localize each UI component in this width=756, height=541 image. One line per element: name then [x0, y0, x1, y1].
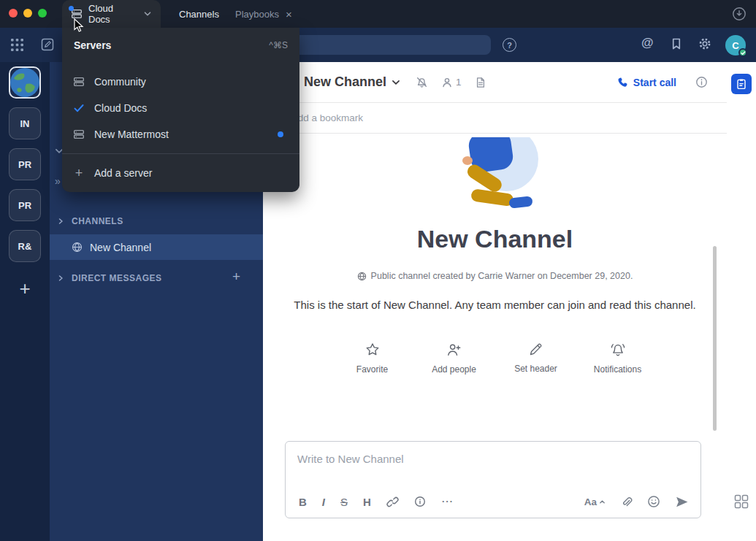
check-icon	[72, 102, 85, 114]
menu-item-add-server[interactable]: + Add a server	[62, 160, 299, 186]
add-people-button[interactable]: Add people	[426, 342, 483, 375]
more-formatting-icon[interactable]: ⋯	[441, 496, 453, 507]
channel-info-icon[interactable]	[695, 76, 708, 88]
direct-messages-category-header[interactable]: DIRECT MESSAGES	[57, 273, 162, 283]
server-icon	[72, 128, 85, 140]
notifications-muted-bell-icon[interactable]	[416, 76, 428, 88]
at-mentions-icon[interactable]: @	[641, 36, 654, 50]
team-icon-globe[interactable]	[9, 66, 41, 99]
menu-item-new-mattermost[interactable]: New Mattermost	[62, 121, 299, 147]
close-window-button[interactable]	[9, 9, 18, 18]
formatting-toolbar: B I S H ⋯ Aa	[299, 494, 689, 510]
team-icon-r-and[interactable]: R&	[9, 230, 41, 262]
notifications-label: Notifications	[594, 364, 641, 375]
chevron-up-icon	[599, 499, 606, 505]
info-circle-icon[interactable]	[414, 496, 426, 507]
server-icon	[72, 76, 85, 88]
send-icon[interactable]	[675, 495, 689, 509]
help-icon[interactable]: ?	[503, 38, 516, 52]
server-tab-label: Cloud Docs	[88, 3, 137, 25]
bell-ring-icon	[610, 342, 626, 358]
team-initials: R&	[18, 241, 32, 252]
minimize-window-button[interactable]	[23, 9, 32, 18]
heading-button[interactable]: H	[363, 496, 371, 507]
team-icon-in[interactable]: IN	[9, 107, 41, 139]
team-sidebar: IN PR PR R& +	[0, 62, 50, 541]
message-composer: B I S H ⋯ Aa	[285, 441, 701, 518]
add-people-label: Add people	[432, 364, 476, 375]
channel-intro-description: This is the start of New Channel. Any te…	[291, 297, 700, 314]
menu-item-community[interactable]: Community	[62, 69, 299, 95]
settings-gear-icon[interactable]	[698, 37, 712, 51]
channels-category-header[interactable]: CHANNELS	[57, 216, 123, 226]
strikethrough-button[interactable]: S	[340, 496, 348, 507]
sidebar-item-new-channel[interactable]: New Channel	[50, 234, 263, 260]
menu-item-cloud-docs[interactable]: Cloud Docs	[62, 95, 299, 121]
tab-playbooks[interactable]: Playbooks ×	[235, 0, 292, 28]
channel-intro-actions: Favorite Add people Set header	[263, 342, 727, 375]
channel-intro-title: New Channel	[263, 225, 727, 253]
channel-created-byline: Public channel created by Carrie Warner …	[263, 271, 727, 281]
plus-icon: +	[72, 166, 85, 180]
add-bookmark-label: Add a bookmark	[291, 112, 363, 123]
globe-avatar-image	[10, 68, 39, 97]
servers-dropdown-menu: Servers ^⌘S Community Cloud Docs New M	[62, 28, 299, 192]
online-status-icon	[738, 48, 747, 57]
search-input[interactable]	[291, 35, 491, 55]
scrollbar-thumb[interactable]	[713, 246, 717, 431]
member-icon	[441, 77, 453, 88]
start-call-button[interactable]: Start call	[617, 77, 676, 88]
channel-header: New Channel 1 Start call	[263, 62, 727, 103]
favorite-label: Favorite	[356, 364, 388, 375]
notifications-button[interactable]: Notifications	[589, 342, 646, 375]
download-update-icon[interactable]	[732, 7, 747, 21]
favorite-button[interactable]: Favorite	[344, 342, 401, 375]
paperclip-attach-icon[interactable]	[620, 496, 633, 508]
saved-posts-bookmark-icon[interactable]	[670, 37, 683, 50]
emoji-smiley-icon[interactable]	[647, 495, 660, 508]
team-initials: PR	[18, 159, 31, 170]
app-bar	[727, 62, 756, 541]
menu-divider	[62, 153, 299, 154]
close-tab-icon[interactable]: ×	[286, 9, 292, 20]
team-icon-pr-2[interactable]: PR	[9, 189, 41, 221]
channel-members-button[interactable]: 1	[441, 77, 462, 88]
bold-button[interactable]: B	[299, 496, 307, 507]
menu-item-label: Community	[94, 76, 146, 88]
link-icon[interactable]	[386, 496, 399, 508]
channel-title[interactable]: New Channel	[304, 74, 386, 90]
channel-intro-illustration	[433, 137, 557, 213]
formatting-toggle-button[interactable]: Aa	[584, 496, 606, 507]
team-icon-pr-1[interactable]: PR	[9, 148, 41, 180]
pinned-files-icon[interactable]	[475, 77, 486, 88]
titlebar: Cloud Docs Channels Playbooks ×	[0, 0, 756, 28]
star-icon	[364, 342, 381, 358]
user-avatar[interactable]: C	[725, 35, 746, 55]
chevron-down-icon	[143, 9, 152, 18]
chevron-right-icon	[57, 275, 64, 282]
product-switcher-grid-icon[interactable]	[10, 38, 24, 52]
zoom-window-button[interactable]	[38, 9, 47, 18]
formatting-toggle-label: Aa	[584, 496, 597, 507]
add-direct-message-button[interactable]: +	[232, 269, 240, 285]
apps-grid-icon[interactable]	[733, 494, 749, 510]
person-plus-icon	[446, 342, 462, 358]
chevron-down-icon[interactable]	[391, 77, 401, 88]
chevron-right-icon	[57, 218, 64, 225]
phone-icon	[617, 77, 628, 88]
tab-channels[interactable]: Channels	[179, 0, 219, 28]
add-server-label: Add a server	[94, 167, 152, 179]
add-team-button[interactable]: +	[9, 272, 41, 304]
servers-menu-shortcut: ^⌘S	[269, 40, 288, 50]
bookmark-bar[interactable]: + Add a bookmark	[263, 103, 727, 134]
channel-name-label: New Channel	[90, 242, 151, 253]
team-initials: PR	[18, 200, 31, 211]
compose-message-icon[interactable]	[40, 37, 55, 52]
app-bar-playbooks-icon[interactable]	[731, 74, 752, 94]
message-input[interactable]	[286, 442, 700, 475]
set-header-button[interactable]: Set header	[508, 342, 565, 375]
italic-button[interactable]: I	[322, 496, 325, 507]
unread-dot	[69, 6, 74, 11]
start-call-label: Start call	[633, 77, 676, 88]
channel-created-text: Public channel created by Carrie Warner …	[371, 271, 633, 281]
